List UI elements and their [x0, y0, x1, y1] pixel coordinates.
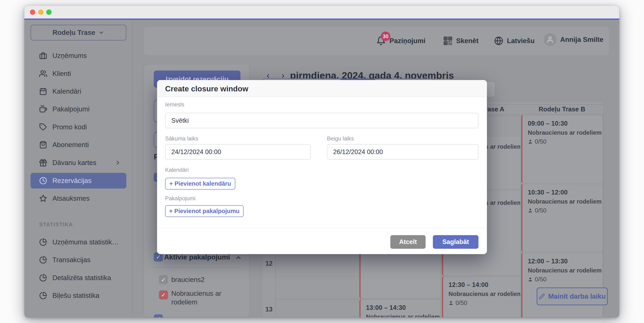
sidebar-item-label: Rezervācijas [52, 177, 92, 185]
service-checkbox-brauciens2[interactable] [159, 275, 168, 284]
org-switcher-label: Rodeļu Trase [52, 29, 95, 36]
event-count-row: 0/50 [448, 300, 520, 306]
event-time: 12:30 – 14:00 [448, 281, 520, 289]
filter-checkbox[interactable] [154, 314, 163, 318]
modal-title: Create closure window [165, 85, 248, 93]
create-closure-window-modal: Create closure window Iemesls Sākuma lai… [157, 80, 487, 254]
sidebar-item-label: Pakalpojumi [52, 105, 90, 113]
macos-titlebar [24, 6, 619, 18]
bag-icon [39, 141, 47, 149]
sidebar-item-label: Atsauksmes [52, 195, 90, 202]
event-card[interactable]: 13:00 – 14:30 Nobraucienus ar rodeliem [359, 299, 440, 318]
scan-label: Skenēt [456, 37, 478, 45]
services-label: Pakalpojumi [165, 195, 196, 202]
sidebar-item-atsauksmes[interactable]: Atsauksmes [30, 191, 126, 206]
chevron-up-icon[interactable] [235, 254, 242, 261]
event-count-row: 0/50 [528, 138, 602, 145]
user-menu[interactable]: Annija Smilte [544, 32, 603, 47]
pie-chart-icon [39, 256, 47, 264]
language-label: Latviešu [507, 37, 534, 45]
hour-label: 12 [266, 260, 275, 267]
zoom-window-button[interactable] [46, 9, 52, 15]
event-count: 0/50 [535, 207, 546, 214]
sidebar-item-bilesu-statistika[interactable]: Biļešu statistika [30, 288, 126, 304]
sidebar-item-promo-kodi[interactable]: Promo kodi [30, 119, 126, 135]
event-title: Nobraucienus ar rodeliem [528, 267, 602, 274]
statistics-section-label: STATISTIKA [39, 221, 73, 228]
sidebar-item-pakalpojumi[interactable]: Pakalpojumi [30, 101, 126, 117]
pie-chart-icon [39, 274, 47, 282]
sidebar-item-transakcijas[interactable]: Transakcijas [30, 252, 126, 268]
star-icon [39, 195, 47, 202]
change-working-hours-label: Mainīt darba laiku [548, 293, 606, 300]
event-title: Nobraucienus ar rodeliem [528, 198, 602, 205]
chevron-down-icon [98, 29, 104, 36]
sidebar-item-label: Uzņēmuma statistik… [52, 238, 119, 246]
service-label: Nobraucienus ar rodeliem [171, 289, 225, 307]
change-working-hours-button[interactable]: Mainīt darba laiku [537, 288, 608, 305]
event-title: Nobraucienus ar rodeliem [366, 314, 440, 318]
notifications-label: Paziņojumi [390, 37, 426, 45]
cancel-label: Atcelt [399, 238, 417, 246]
event-count: 0/50 [535, 276, 546, 283]
pie-chart-icon [39, 238, 47, 246]
save-label: Saglabāt [442, 238, 469, 246]
person-icon [528, 139, 533, 144]
language-button[interactable]: Latviešu [494, 34, 534, 48]
grid-line [603, 114, 603, 317]
panel-divider [154, 267, 240, 268]
sidebar-item-label: Transakcijas [52, 256, 90, 264]
event-card[interactable]: 12:30 – 14:00 Nobraucienus ar rodeliem 0… [442, 276, 520, 318]
end-time-input[interactable] [327, 144, 478, 160]
sidebar-item-label: Kalendāri [52, 87, 81, 95]
pie-chart-icon [39, 292, 47, 300]
reason-input[interactable] [165, 113, 478, 128]
sidebar-item-detalizeta-statistika[interactable]: Detalizēta statistika [30, 270, 126, 286]
sidebar-item-uznemuma-statistika[interactable]: Uzņēmuma statistik… [30, 234, 126, 250]
event-card[interactable]: 12:00 – 13:30 Nobraucienus ar rodeliem 0… [521, 253, 603, 318]
event-time: 12:00 – 13:30 [528, 258, 602, 265]
column-header-trase-b: Rodeļu Trase B [521, 106, 603, 114]
sidebar-item-label: Promo kodi [52, 123, 87, 131]
user-name: Annija Smilte [560, 36, 603, 43]
avatar [544, 33, 556, 46]
clock-icon [39, 177, 47, 185]
person-icon [528, 208, 533, 213]
sidebar-item-label: Biļešu statistika [52, 292, 99, 300]
globe-icon [494, 36, 503, 45]
add-calendar-button[interactable]: + Pievienot kalendāru [165, 178, 235, 190]
notifications-button[interactable]: 30 Paziņojumi [376, 34, 426, 48]
scan-button[interactable]: Skenēt [443, 34, 478, 48]
add-calendar-label: + Pievienot kalendāru [170, 180, 231, 187]
modal-footer-divider [157, 228, 487, 228]
close-window-button[interactable] [30, 9, 35, 15]
event-count-row: 0/50 [528, 276, 602, 283]
sidebar-item-rezervacijas[interactable]: Rezervācijas [30, 173, 126, 189]
event-card[interactable]: 09:00 – 10:30 Nobraucienus ar rodeliem 0… [521, 115, 603, 183]
event-card[interactable]: 10:30 – 12:00 Nobraucienus ar rodeliem 0… [521, 184, 603, 252]
event-time: 13:00 – 14:30 [366, 304, 440, 312]
add-service-button[interactable]: + Pievienot pakalpojumu [165, 205, 244, 217]
end-time-label: Beigu laiks [327, 135, 354, 142]
app-window: Rodeļu Trase Uzņēmums Klienti Kalendāri … [24, 6, 619, 318]
event-count: 0/50 [535, 138, 546, 145]
person-icon [528, 277, 533, 282]
sidebar-item-kalendari[interactable]: Kalendāri [30, 83, 126, 99]
sidebar-item-davanu-kartes[interactable]: Dāvanu kartes [30, 155, 126, 171]
tag-icon [39, 123, 47, 131]
cancel-button[interactable]: Atcelt [390, 235, 426, 249]
sidebar-item-label: Abonementi [52, 141, 89, 149]
users-icon [39, 70, 47, 77]
service-checkbox-nobraucienus[interactable] [159, 291, 168, 300]
save-button[interactable]: Saglabāt [433, 235, 478, 249]
user-icon [546, 36, 554, 43]
minimize-window-button[interactable] [38, 9, 44, 15]
start-time-input[interactable] [165, 144, 311, 160]
org-switcher-button[interactable]: Rodeļu Trase [30, 25, 126, 40]
sidebar-item-uznemums[interactable]: Uzņēmums [30, 48, 126, 63]
add-service-label: + Pievienot pakalpojumu [169, 208, 240, 215]
sidebar-item-abonementi[interactable]: Abonementi [30, 137, 126, 153]
service-label: brauciens2 [171, 275, 204, 284]
cup-icon [39, 105, 47, 113]
sidebar-item-klienti[interactable]: Klienti [30, 66, 126, 81]
